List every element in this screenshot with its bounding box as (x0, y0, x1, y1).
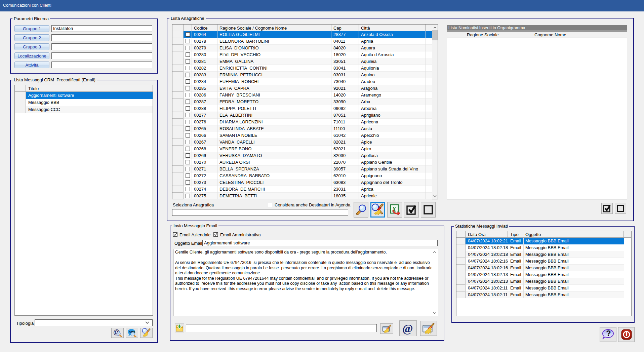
svg-text:@: @ (402, 322, 413, 335)
svg-text:?: ? (606, 329, 611, 338)
